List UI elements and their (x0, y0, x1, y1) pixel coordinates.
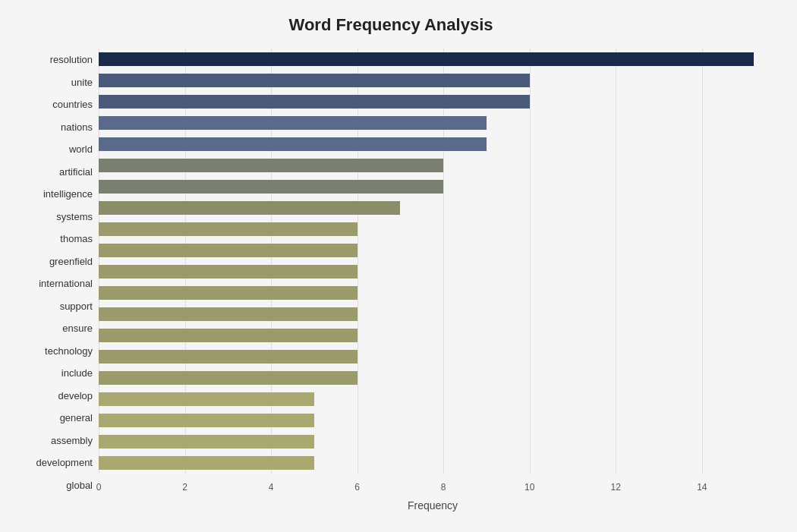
bar-row-development (99, 433, 767, 450)
y-label-world: world (69, 140, 93, 159)
bar-intelligence (99, 180, 443, 194)
bar-greenfield (99, 244, 358, 257)
bar-support (99, 286, 358, 300)
bars-area (99, 49, 767, 496)
bar-artificial (99, 159, 443, 172)
y-label-artificial: artificial (59, 162, 93, 181)
bar-row-technology (99, 327, 767, 344)
bar-unite (99, 74, 530, 87)
y-label-development: development (36, 453, 93, 473)
bar-row-international (99, 263, 767, 280)
x-axis-title: Frequency (15, 499, 767, 512)
bar-countries (99, 95, 530, 109)
y-label-ensure: ensure (62, 319, 93, 338)
bar-global (99, 456, 314, 470)
y-label-support: support (60, 296, 93, 316)
bar-row-include (99, 348, 767, 365)
bar-row-greenfield (99, 242, 767, 259)
bar-ensure (99, 307, 358, 321)
y-label-countries: countries (52, 95, 93, 115)
bar-development (99, 435, 314, 449)
bar-row-thomas (99, 221, 767, 238)
y-label-develop: develop (58, 386, 93, 405)
bar-row-general (99, 391, 767, 408)
y-label-systems: systems (56, 206, 93, 226)
y-label-resolution: resolution (50, 50, 93, 70)
chart-title: Word Frequency Analysis (15, 15, 767, 35)
bar-international (99, 265, 358, 279)
bar-row-ensure (99, 306, 767, 323)
chart-container: Word Frequency Analysis resolutionunitec… (0, 0, 797, 532)
bar-row-resolution (99, 51, 767, 68)
y-labels: resolutionunitecountriesnationsworldarti… (15, 49, 99, 496)
bar-thomas (99, 222, 358, 236)
y-label-unite: unite (71, 72, 93, 92)
bar-resolution (99, 52, 754, 66)
y-label-assembly: assembly (51, 430, 93, 450)
y-label-general: general (60, 408, 93, 428)
y-label-intelligence: intelligence (43, 184, 93, 204)
bar-row-unite (99, 72, 767, 89)
chart-area: resolutionunitecountriesnationsworldarti… (15, 49, 767, 496)
bar-nations (99, 116, 487, 130)
bar-row-systems (99, 200, 767, 216)
bar-row-develop (99, 370, 767, 386)
y-label-greenfield: greenfield (49, 251, 93, 271)
bar-assembly (99, 414, 314, 427)
bar-develop (99, 371, 358, 385)
y-label-global: global (66, 475, 93, 495)
bar-row-support (99, 285, 767, 301)
bar-technology (99, 329, 358, 342)
bar-world (99, 137, 487, 151)
y-label-nations: nations (61, 117, 93, 137)
bar-general (99, 392, 314, 406)
bar-row-intelligence (99, 178, 767, 195)
bar-row-global (99, 455, 767, 471)
y-label-thomas: thomas (60, 229, 93, 249)
y-label-include: include (61, 364, 93, 383)
bar-row-world (99, 136, 767, 153)
bar-systems (99, 201, 400, 215)
bar-row-assembly (99, 412, 767, 429)
bar-row-nations (99, 115, 767, 131)
y-label-international: international (39, 274, 93, 294)
bars-and-grid: 02468101214 (99, 49, 767, 496)
y-label-technology: technology (45, 341, 93, 360)
bar-row-artificial (99, 157, 767, 174)
bar-include (99, 350, 358, 364)
bar-row-countries (99, 93, 767, 110)
